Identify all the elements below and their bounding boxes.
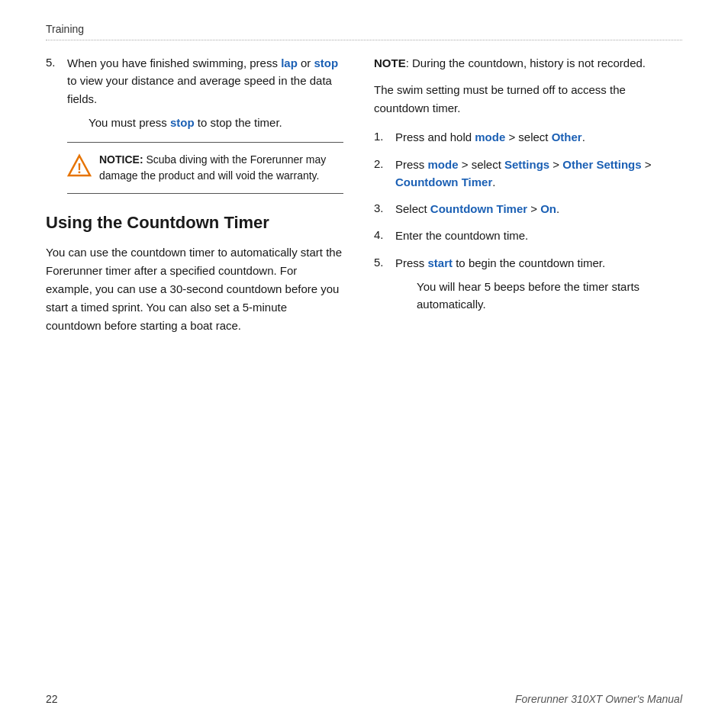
step-5-number: 5. [46, 54, 67, 131]
r5-text2: to begin the countdown timer. [453, 256, 605, 269]
r5-text1: Press [395, 256, 428, 269]
r4-text: Enter the countdown time. [395, 229, 528, 242]
right-step-3-content: Select Countdown Timer > On. [395, 200, 559, 217]
r3-text3: . [556, 202, 559, 215]
two-column-layout: 5. When you have finished swimming, pres… [46, 54, 682, 346]
right-step-2-content: Press mode > select Settings > Other Set… [395, 156, 682, 192]
step-5-sub-text2: to stop the timer. [195, 116, 282, 129]
right-step-4-content: Enter the countdown time. [395, 227, 528, 244]
stop-link2: stop [170, 116, 195, 129]
r1-text3: . [582, 130, 585, 143]
note-text: NOTE: During the countdown, history is n… [374, 54, 682, 72]
warning-icon: ! [67, 153, 92, 178]
section-heading: Using the Countdown Timer [46, 212, 343, 234]
r1-text2: > select [505, 130, 551, 143]
countdown-timer-link2: Countdown Timer [430, 202, 527, 215]
step-5-sub: You must press stop to stop the timer. [89, 114, 343, 131]
right-step-1: 1. Press and hold mode > select Other. [374, 128, 682, 146]
right-step-1-number: 1. [374, 128, 395, 146]
r2-text4: > [642, 158, 652, 171]
settings-link: Settings [504, 158, 549, 171]
swim-setting-text: The swim setting must be turned off to a… [374, 81, 682, 118]
page-number: 22 [46, 693, 58, 705]
svg-text:!: ! [77, 161, 82, 176]
right-column: NOTE: During the countdown, history is n… [374, 54, 682, 346]
manual-title: Forerunner 310XT Owner's Manual [515, 693, 682, 705]
notice-box: ! NOTICE: Scuba diving with the Forerunn… [67, 142, 343, 194]
step-5-text1: When you have finished swimming, press [67, 56, 281, 69]
right-step-5: 5. Press start to begin the countdown ti… [374, 254, 682, 314]
r2-text3: > [549, 158, 562, 171]
footer: 22 Forerunner 310XT Owner's Manual [46, 693, 682, 705]
r2-text5: . [492, 176, 495, 188]
right-step-2-number: 2. [374, 156, 395, 192]
r3-text1: Select [395, 202, 430, 215]
right-step-2: 2. Press mode > select Settings > Other … [374, 156, 682, 192]
right-step-3-number: 3. [374, 200, 395, 217]
right-step-5-sub: You will hear 5 beeps before the timer s… [417, 278, 682, 314]
right-step-3: 3. Select Countdown Timer > On. [374, 200, 682, 217]
step-5-text2: or [298, 56, 314, 69]
mode-link2: mode [428, 158, 459, 171]
step-5-sub-text1: You must press [89, 116, 170, 129]
r5-sub-text: You will hear 5 beeps before the timer s… [417, 280, 639, 311]
start-link: start [428, 256, 453, 269]
r2-text1: Press [395, 158, 428, 171]
right-step-4-number: 4. [374, 227, 395, 244]
right-step-5-number: 5. [374, 254, 395, 314]
mode-link1: mode [475, 130, 505, 143]
note-block: NOTE: During the countdown, history is n… [374, 54, 682, 72]
header-title: Training [46, 23, 84, 35]
right-step-5-content: Press start to begin the countdown timer… [395, 254, 682, 314]
countdown-timer-link1: Countdown Timer [395, 176, 492, 188]
other-settings-link: Other Settings [562, 158, 641, 171]
right-step-4: 4. Enter the countdown time. [374, 227, 682, 244]
stop-link1: stop [314, 56, 339, 69]
step-5: 5. When you have finished swimming, pres… [46, 54, 343, 131]
lap-link: lap [281, 56, 298, 69]
notice-label: NOTICE: [99, 153, 143, 166]
body-paragraph: You can use the countdown timer to autom… [46, 243, 343, 335]
r1-text1: Press and hold [395, 130, 475, 143]
note-body: : During the countdown, history is not r… [406, 56, 646, 69]
page: Training 5. When you have finished swimm… [0, 0, 728, 728]
on-link: On [540, 202, 556, 215]
step-5-content: When you have finished swimming, press l… [67, 54, 343, 131]
step-5-text3: to view your distance and average speed … [67, 74, 332, 105]
left-column: 5. When you have finished swimming, pres… [46, 54, 343, 346]
r2-text2: > select [459, 158, 504, 171]
right-step-1-content: Press and hold mode > select Other. [395, 128, 585, 146]
notice-text: NOTICE: Scuba diving with the Forerunner… [99, 152, 343, 184]
r3-text2: > [527, 202, 540, 215]
other-link: Other [552, 130, 582, 143]
header-bar: Training [46, 23, 682, 40]
note-label: NOTE [374, 56, 406, 69]
